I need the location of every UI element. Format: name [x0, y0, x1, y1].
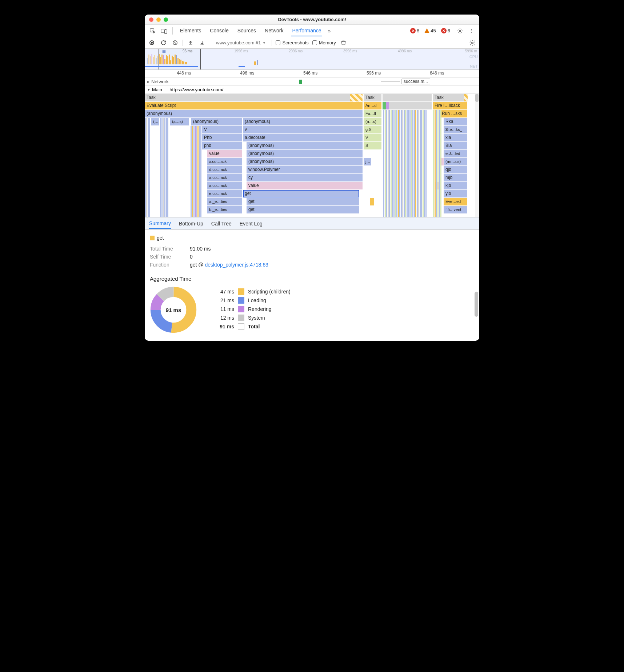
- more-tabs-icon[interactable]: »: [328, 28, 331, 34]
- anonymous-fn[interactable]: (anonymous): [145, 110, 363, 117]
- summary-panel: get Total Time91.00 ms Self Time0 Functi…: [145, 230, 479, 341]
- donut-center-label: 91 ms: [150, 286, 197, 333]
- tab-performance[interactable]: Performance: [291, 25, 322, 36]
- selected-frame[interactable]: get: [243, 190, 359, 197]
- error-badge[interactable]: ✕8: [410, 28, 419, 33]
- network-request[interactable]: [299, 80, 302, 84]
- total-time: 91.00 ms: [190, 246, 211, 252]
- target-selector[interactable]: www.youtube.com #1▼: [214, 39, 268, 46]
- function-source-link[interactable]: desktop_polymer.js:4718:63: [205, 262, 268, 268]
- tab-summary[interactable]: Summary: [149, 218, 171, 229]
- task-bar[interactable]: Task: [364, 94, 382, 101]
- task-bar[interactable]: Task: [433, 94, 468, 101]
- devtools-tabbar: Elements Console Sources Network Perform…: [145, 25, 479, 37]
- overview-timeline[interactable]: 96 ms 1996 ms 2996 ms 3996 ms 4996 ms 59…: [145, 49, 479, 70]
- evaluate-script[interactable]: Evaluate Script: [145, 102, 363, 109]
- legend-swatch-icon: [238, 315, 244, 321]
- net-strip: [145, 66, 479, 67]
- tab-call-tree[interactable]: Call Tree: [211, 219, 232, 229]
- kebab-icon[interactable]: ⋮: [467, 26, 476, 36]
- aggregated-legend: 47 msScripting (children)21 msLoading11 …: [215, 286, 291, 332]
- legend-row: 11 msRendering: [215, 306, 291, 312]
- traffic-lights: [145, 17, 168, 22]
- svg-rect-2: [165, 30, 167, 33]
- perf-toolbar: www.youtube.com #1▼ Screenshots Memory: [145, 37, 479, 49]
- inspect-icon[interactable]: [148, 26, 157, 36]
- download-icon[interactable]: [198, 39, 206, 47]
- upload-icon[interactable]: [187, 39, 195, 47]
- time-ruler[interactable]: 446 ms 496 ms 546 ms 596 ms 646 ms: [145, 70, 479, 78]
- expand-icon[interactable]: ▶: [147, 80, 150, 84]
- task-bar[interactable]: Task: [145, 94, 363, 101]
- network-request-label[interactable]: success.m...: [401, 79, 430, 84]
- legend-swatch-icon: [238, 323, 244, 330]
- window-titlebar: DevTools - www.youtube.com/: [145, 15, 479, 25]
- reload-icon[interactable]: [159, 39, 167, 47]
- network-lane[interactable]: ▶ Network success.m...: [145, 78, 479, 86]
- detail-tabs: Summary Bottom-Up Call Tree Event Log: [145, 217, 479, 230]
- record-icon[interactable]: [148, 39, 156, 47]
- flame-chart[interactable]: Task Task Task Evaluate Script An…d Fire…: [145, 94, 479, 217]
- chevron-down-icon: ▼: [263, 41, 266, 45]
- screenshots-checkbox[interactable]: Screenshots: [276, 40, 308, 45]
- tab-elements[interactable]: Elements: [179, 25, 202, 36]
- device-toggle-icon[interactable]: [159, 26, 169, 36]
- legend-swatch-icon: [238, 306, 244, 312]
- tab-bottom-up[interactable]: Bottom-Up: [179, 219, 203, 229]
- selected-name: get: [157, 235, 164, 241]
- svg-point-5: [472, 42, 473, 44]
- self-time: 0: [190, 254, 193, 260]
- aggregated-donut-chart: 91 ms: [150, 286, 197, 333]
- tab-event-log[interactable]: Event Log: [240, 219, 263, 229]
- close-icon[interactable]: [149, 17, 153, 22]
- perf-settings-icon[interactable]: [468, 39, 476, 47]
- xerror-badge[interactable]: ✕6: [441, 28, 450, 33]
- settings-icon[interactable]: [455, 26, 465, 36]
- panel-tabs: Elements Console Sources Network Perform…: [179, 25, 322, 36]
- minimize-icon[interactable]: [156, 17, 161, 22]
- tab-network[interactable]: Network: [264, 25, 284, 36]
- legend-swatch-icon: [238, 288, 244, 295]
- memory-checkbox[interactable]: Memory: [312, 40, 336, 45]
- svg-point-3: [459, 30, 461, 32]
- tab-console[interactable]: Console: [209, 25, 229, 36]
- warning-badge[interactable]: 45: [424, 28, 436, 33]
- scripting-swatch-icon: [150, 236, 155, 240]
- devtools-window: DevTools - www.youtube.com/ Elements Con…: [145, 15, 479, 341]
- legend-row: 91 msTotal: [215, 323, 291, 330]
- legend-row: 21 msLoading: [215, 297, 291, 304]
- clear-icon[interactable]: [171, 39, 179, 47]
- tab-sources[interactable]: Sources: [237, 25, 257, 36]
- legend-row: 47 msScripting (children): [215, 288, 291, 295]
- aggregated-time-title: Aggregated Time: [150, 276, 474, 282]
- main-thread-header[interactable]: ▼ Main — https://www.youtube.com/: [145, 86, 479, 94]
- legend-swatch-icon: [238, 297, 244, 304]
- scrollbar[interactable]: [475, 292, 478, 333]
- gc-icon[interactable]: [340, 39, 348, 47]
- maximize-icon[interactable]: [164, 17, 168, 22]
- legend-row: 12 msSystem: [215, 315, 291, 321]
- collapse-icon[interactable]: ▼: [147, 88, 151, 92]
- window-title: DevTools - www.youtube.com/: [145, 17, 479, 22]
